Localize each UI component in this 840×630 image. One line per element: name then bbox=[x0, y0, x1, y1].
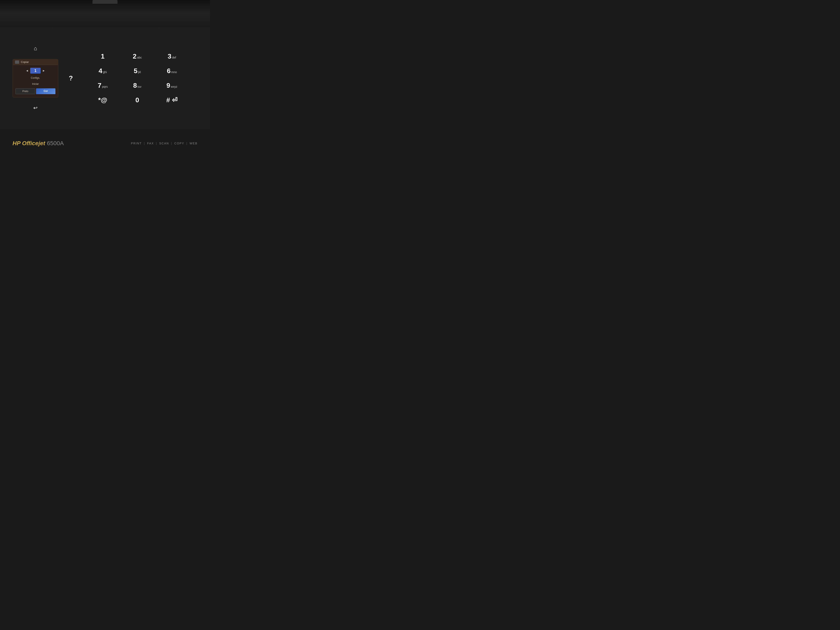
bottom-branding: HP Officejet 6500A PRINT | FAX | SCAN | … bbox=[0, 129, 210, 158]
iniciar-menu-item[interactable]: Iniciar bbox=[32, 82, 39, 86]
brand-name: HP Officejet 6500A bbox=[13, 140, 64, 147]
scanner-top bbox=[0, 0, 210, 27]
key-6[interactable]: 6 mno bbox=[155, 63, 189, 78]
copy-counter: 1 bbox=[30, 68, 41, 74]
key-hash[interactable]: # ⏎ bbox=[155, 93, 189, 107]
key-1[interactable]: 1 bbox=[85, 49, 120, 63]
key-9[interactable]: 9 wxyz bbox=[155, 78, 189, 93]
preto-button[interactable]: Preto bbox=[16, 88, 35, 94]
key-2[interactable]: 2 abc bbox=[120, 49, 155, 63]
cor-button[interactable]: Cor bbox=[36, 88, 55, 94]
copy-icon bbox=[15, 60, 19, 64]
feature-copy: COPY bbox=[174, 142, 185, 145]
key-3[interactable]: 3 def bbox=[155, 49, 189, 63]
key-0[interactable]: 0 bbox=[120, 93, 155, 107]
feature-fax: FAX bbox=[147, 142, 154, 145]
counter-right-arrow[interactable]: ► bbox=[42, 69, 45, 72]
feature-scan: SCAN bbox=[159, 142, 169, 145]
key-4[interactable]: 4 ghi bbox=[85, 63, 120, 78]
key-7[interactable]: 7 pqrs bbox=[85, 78, 120, 93]
screen-header: Copiar bbox=[13, 59, 58, 65]
counter-left-arrow[interactable]: ◄ bbox=[25, 69, 28, 72]
keypad: 1 2 abc 3 def 4 ghi 5 jkl bbox=[77, 45, 197, 112]
screen-action-buttons: Preto Cor bbox=[14, 88, 56, 94]
key-star[interactable]: *@ bbox=[85, 93, 120, 107]
help-section: ? bbox=[65, 74, 77, 82]
feature-print: PRINT bbox=[131, 142, 142, 145]
key-5[interactable]: 5 jkl bbox=[120, 63, 155, 78]
left-controls: ⌂ Copiar ◄ 1 ► Configs. Iniciar Preto Co… bbox=[13, 44, 58, 112]
copy-counter-row: ◄ 1 ► bbox=[25, 68, 45, 74]
screen-title: Copiar bbox=[21, 60, 29, 63]
feature-list: PRINT | FAX | SCAN | COPY | WEB bbox=[131, 142, 197, 145]
home-button[interactable]: ⌂ bbox=[31, 44, 39, 53]
brand-model: 6500A bbox=[47, 140, 64, 147]
scanner-lip bbox=[93, 0, 117, 4]
configs-menu-item[interactable]: Configs. bbox=[31, 76, 40, 80]
help-button[interactable]: ? bbox=[69, 74, 73, 82]
lcd-screen: Copiar ◄ 1 ► Configs. Iniciar Preto Cor bbox=[13, 59, 58, 98]
brand-hp-officejet: HP Officejet bbox=[13, 140, 45, 147]
screen-body: ◄ 1 ► Configs. Iniciar Preto Cor bbox=[13, 65, 58, 97]
feature-web: WEB bbox=[189, 142, 197, 145]
key-8[interactable]: 8 tuv bbox=[120, 78, 155, 93]
control-panel: ⌂ Copiar ◄ 1 ► Configs. Iniciar Preto Co… bbox=[0, 27, 210, 129]
back-button[interactable]: ↩ bbox=[31, 104, 39, 112]
